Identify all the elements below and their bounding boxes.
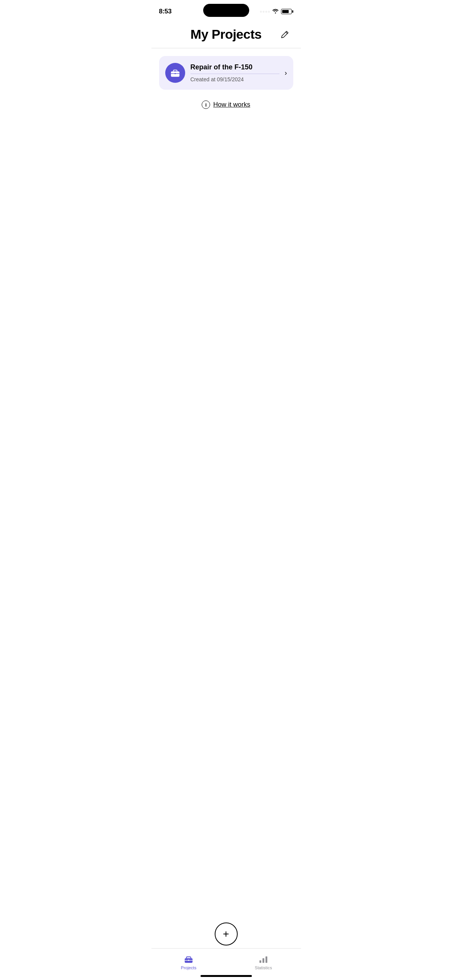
edit-button[interactable] [278,28,292,41]
project-icon-wrapper [165,63,185,83]
chevron-right-icon: › [285,69,287,77]
signal-icon [260,11,270,13]
projects-list: Repair of the F-150 Created at 09/15/202… [151,56,301,90]
battery-icon [281,9,293,14]
svg-rect-2 [174,73,176,74]
dynamic-island [203,4,249,17]
status-icons [260,8,293,15]
how-it-works-text: How it works [213,101,250,109]
project-name: Repair of the F-150 [191,63,279,71]
status-time: 8:53 [159,8,172,15]
page-title: My Projects [174,27,278,42]
status-bar: 8:53 [151,0,301,21]
header: My Projects [151,21,301,48]
wifi-icon [272,8,279,15]
edit-pencil-icon [281,30,289,39]
project-info: Repair of the F-150 Created at 09/15/202… [191,63,279,82]
how-it-works-link[interactable]: i How it works [151,90,301,120]
info-icon: i [202,100,210,109]
briefcase-icon [170,68,180,78]
project-date: Created at 09/15/2024 [191,76,279,82]
project-card[interactable]: Repair of the F-150 Created at 09/15/202… [159,56,293,90]
project-inner-divider [191,74,279,74]
header-divider [151,48,301,48]
